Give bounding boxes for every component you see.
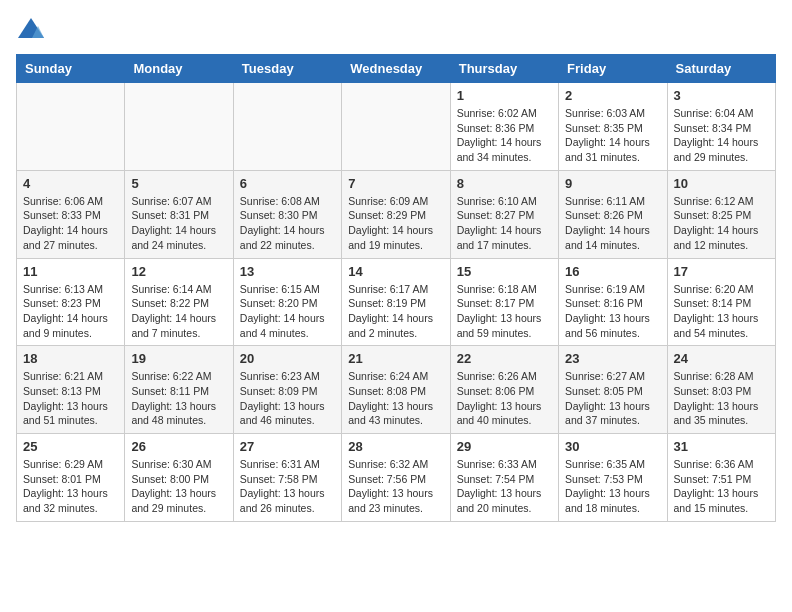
day-info: Sunrise: 6:10 AM Sunset: 8:27 PM Dayligh… (457, 194, 552, 253)
day-number: 27 (240, 439, 335, 454)
day-info: Sunrise: 6:17 AM Sunset: 8:19 PM Dayligh… (348, 282, 443, 341)
day-number: 30 (565, 439, 660, 454)
day-number: 16 (565, 264, 660, 279)
day-info: Sunrise: 6:27 AM Sunset: 8:05 PM Dayligh… (565, 369, 660, 428)
day-info: Sunrise: 6:03 AM Sunset: 8:35 PM Dayligh… (565, 106, 660, 165)
calendar-cell: 15Sunrise: 6:18 AM Sunset: 8:17 PM Dayli… (450, 258, 558, 346)
day-number: 11 (23, 264, 118, 279)
calendar-cell: 7Sunrise: 6:09 AM Sunset: 8:29 PM Daylig… (342, 170, 450, 258)
weekday-header-monday: Monday (125, 55, 233, 83)
day-number: 9 (565, 176, 660, 191)
calendar-cell: 26Sunrise: 6:30 AM Sunset: 8:00 PM Dayli… (125, 434, 233, 522)
day-info: Sunrise: 6:12 AM Sunset: 8:25 PM Dayligh… (674, 194, 769, 253)
day-info: Sunrise: 6:26 AM Sunset: 8:06 PM Dayligh… (457, 369, 552, 428)
calendar-cell: 11Sunrise: 6:13 AM Sunset: 8:23 PM Dayli… (17, 258, 125, 346)
day-number: 21 (348, 351, 443, 366)
day-number: 1 (457, 88, 552, 103)
day-info: Sunrise: 6:23 AM Sunset: 8:09 PM Dayligh… (240, 369, 335, 428)
day-number: 12 (131, 264, 226, 279)
day-info: Sunrise: 6:02 AM Sunset: 8:36 PM Dayligh… (457, 106, 552, 165)
day-number: 5 (131, 176, 226, 191)
day-info: Sunrise: 6:29 AM Sunset: 8:01 PM Dayligh… (23, 457, 118, 516)
day-info: Sunrise: 6:21 AM Sunset: 8:13 PM Dayligh… (23, 369, 118, 428)
day-info: Sunrise: 6:13 AM Sunset: 8:23 PM Dayligh… (23, 282, 118, 341)
calendar-cell: 18Sunrise: 6:21 AM Sunset: 8:13 PM Dayli… (17, 346, 125, 434)
calendar-cell: 14Sunrise: 6:17 AM Sunset: 8:19 PM Dayli… (342, 258, 450, 346)
calendar-cell: 22Sunrise: 6:26 AM Sunset: 8:06 PM Dayli… (450, 346, 558, 434)
day-info: Sunrise: 6:15 AM Sunset: 8:20 PM Dayligh… (240, 282, 335, 341)
day-number: 15 (457, 264, 552, 279)
calendar-cell: 20Sunrise: 6:23 AM Sunset: 8:09 PM Dayli… (233, 346, 341, 434)
calendar-cell: 24Sunrise: 6:28 AM Sunset: 8:03 PM Dayli… (667, 346, 775, 434)
calendar-cell: 1Sunrise: 6:02 AM Sunset: 8:36 PM Daylig… (450, 83, 558, 171)
day-number: 14 (348, 264, 443, 279)
calendar-cell (233, 83, 341, 171)
day-info: Sunrise: 6:22 AM Sunset: 8:11 PM Dayligh… (131, 369, 226, 428)
day-info: Sunrise: 6:09 AM Sunset: 8:29 PM Dayligh… (348, 194, 443, 253)
calendar-cell: 17Sunrise: 6:20 AM Sunset: 8:14 PM Dayli… (667, 258, 775, 346)
day-number: 23 (565, 351, 660, 366)
calendar-cell: 30Sunrise: 6:35 AM Sunset: 7:53 PM Dayli… (559, 434, 667, 522)
calendar-week-1: 1Sunrise: 6:02 AM Sunset: 8:36 PM Daylig… (17, 83, 776, 171)
day-number: 7 (348, 176, 443, 191)
calendar-cell: 13Sunrise: 6:15 AM Sunset: 8:20 PM Dayli… (233, 258, 341, 346)
day-number: 10 (674, 176, 769, 191)
calendar-week-4: 18Sunrise: 6:21 AM Sunset: 8:13 PM Dayli… (17, 346, 776, 434)
day-info: Sunrise: 6:07 AM Sunset: 8:31 PM Dayligh… (131, 194, 226, 253)
calendar-cell (125, 83, 233, 171)
calendar-cell: 21Sunrise: 6:24 AM Sunset: 8:08 PM Dayli… (342, 346, 450, 434)
day-number: 24 (674, 351, 769, 366)
logo-icon (16, 16, 46, 44)
calendar-cell: 23Sunrise: 6:27 AM Sunset: 8:05 PM Dayli… (559, 346, 667, 434)
calendar-cell: 28Sunrise: 6:32 AM Sunset: 7:56 PM Dayli… (342, 434, 450, 522)
calendar-cell: 19Sunrise: 6:22 AM Sunset: 8:11 PM Dayli… (125, 346, 233, 434)
day-info: Sunrise: 6:35 AM Sunset: 7:53 PM Dayligh… (565, 457, 660, 516)
day-number: 28 (348, 439, 443, 454)
day-info: Sunrise: 6:14 AM Sunset: 8:22 PM Dayligh… (131, 282, 226, 341)
day-info: Sunrise: 6:19 AM Sunset: 8:16 PM Dayligh… (565, 282, 660, 341)
day-info: Sunrise: 6:20 AM Sunset: 8:14 PM Dayligh… (674, 282, 769, 341)
day-number: 31 (674, 439, 769, 454)
day-info: Sunrise: 6:18 AM Sunset: 8:17 PM Dayligh… (457, 282, 552, 341)
page-header (16, 16, 776, 44)
calendar-cell: 6Sunrise: 6:08 AM Sunset: 8:30 PM Daylig… (233, 170, 341, 258)
day-info: Sunrise: 6:30 AM Sunset: 8:00 PM Dayligh… (131, 457, 226, 516)
logo (16, 16, 50, 44)
calendar-week-2: 4Sunrise: 6:06 AM Sunset: 8:33 PM Daylig… (17, 170, 776, 258)
weekday-header-friday: Friday (559, 55, 667, 83)
day-info: Sunrise: 6:04 AM Sunset: 8:34 PM Dayligh… (674, 106, 769, 165)
day-info: Sunrise: 6:11 AM Sunset: 8:26 PM Dayligh… (565, 194, 660, 253)
calendar-cell: 10Sunrise: 6:12 AM Sunset: 8:25 PM Dayli… (667, 170, 775, 258)
weekday-header-tuesday: Tuesday (233, 55, 341, 83)
calendar-cell: 16Sunrise: 6:19 AM Sunset: 8:16 PM Dayli… (559, 258, 667, 346)
day-number: 22 (457, 351, 552, 366)
day-number: 8 (457, 176, 552, 191)
calendar-cell: 12Sunrise: 6:14 AM Sunset: 8:22 PM Dayli… (125, 258, 233, 346)
day-info: Sunrise: 6:31 AM Sunset: 7:58 PM Dayligh… (240, 457, 335, 516)
calendar-cell: 27Sunrise: 6:31 AM Sunset: 7:58 PM Dayli… (233, 434, 341, 522)
calendar-cell: 31Sunrise: 6:36 AM Sunset: 7:51 PM Dayli… (667, 434, 775, 522)
day-number: 13 (240, 264, 335, 279)
weekday-header-wednesday: Wednesday (342, 55, 450, 83)
weekday-header-row: SundayMondayTuesdayWednesdayThursdayFrid… (17, 55, 776, 83)
calendar-cell: 2Sunrise: 6:03 AM Sunset: 8:35 PM Daylig… (559, 83, 667, 171)
day-info: Sunrise: 6:28 AM Sunset: 8:03 PM Dayligh… (674, 369, 769, 428)
calendar-cell: 8Sunrise: 6:10 AM Sunset: 8:27 PM Daylig… (450, 170, 558, 258)
calendar-cell (17, 83, 125, 171)
day-number: 3 (674, 88, 769, 103)
calendar-cell: 3Sunrise: 6:04 AM Sunset: 8:34 PM Daylig… (667, 83, 775, 171)
day-number: 17 (674, 264, 769, 279)
day-number: 4 (23, 176, 118, 191)
weekday-header-thursday: Thursday (450, 55, 558, 83)
calendar-cell: 29Sunrise: 6:33 AM Sunset: 7:54 PM Dayli… (450, 434, 558, 522)
day-number: 25 (23, 439, 118, 454)
day-info: Sunrise: 6:32 AM Sunset: 7:56 PM Dayligh… (348, 457, 443, 516)
calendar-week-5: 25Sunrise: 6:29 AM Sunset: 8:01 PM Dayli… (17, 434, 776, 522)
day-number: 20 (240, 351, 335, 366)
day-info: Sunrise: 6:36 AM Sunset: 7:51 PM Dayligh… (674, 457, 769, 516)
day-info: Sunrise: 6:08 AM Sunset: 8:30 PM Dayligh… (240, 194, 335, 253)
day-number: 19 (131, 351, 226, 366)
day-number: 6 (240, 176, 335, 191)
calendar-cell: 9Sunrise: 6:11 AM Sunset: 8:26 PM Daylig… (559, 170, 667, 258)
calendar-cell (342, 83, 450, 171)
